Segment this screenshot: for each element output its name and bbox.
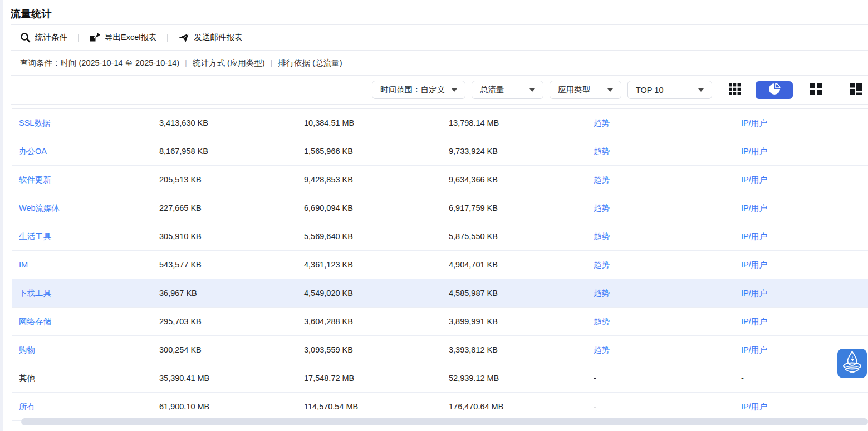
traffic-value: 205,513 KB [159,175,202,184]
export-excel-button[interactable]: 导出Excel报表 [89,32,156,43]
table-row[interactable]: SSL数据 3,413,630 KB 10,384.51 MB 13,798.1… [12,109,868,137]
app-category-link[interactable]: 网络存储 [19,317,51,326]
top-n-value: TOP 10 [636,86,663,95]
toolbar-separator [78,34,79,42]
traffic-value: 9,634,366 KB [449,175,498,184]
trend-link[interactable]: 趋势 [594,232,610,241]
rank-metric-select[interactable]: 总流量 [472,81,543,99]
stat-type-select[interactable]: 应用类型 [550,81,621,99]
query-conditions-bar: 查询条件： 时间 (2025-10-14 至 2025-10-14) | 统计方… [3,51,868,75]
page-edge-strip [0,0,3,431]
traffic-value: 3,093,559 KB [304,345,353,354]
ip-user-link[interactable]: IP/用户 [741,260,767,269]
app-category-link[interactable]: 办公OA [19,147,47,156]
traffic-value: 3,899,991 KB [449,317,498,326]
time-range-select[interactable]: 时间范围：自定义 [372,81,465,99]
chevron-down-icon [698,88,704,92]
trend-link[interactable]: 趋势 [594,345,610,354]
ip-user-link[interactable]: IP/用户 [741,118,767,127]
trend-link[interactable]: 趋势 [594,289,610,298]
traffic-value: 4,361,123 KB [304,260,353,269]
ip-user-empty: - [741,374,744,383]
traffic-value: 3,393,812 KB [449,345,498,354]
query-separator: | [271,58,273,67]
trend-empty: - [594,402,596,411]
dashboard-view-button[interactable] [850,83,862,97]
chevron-down-icon [529,88,535,92]
traffic-value: 4,585,987 KB [449,289,498,298]
query-method-condition: 统计方式 (应用类型) [193,58,265,68]
table-body: SSL数据 3,413,630 KB 10,384.51 MB 13,798.1… [12,109,868,421]
app-category-link[interactable]: Web流媒体 [19,204,60,212]
trend-link[interactable]: 趋势 [594,317,610,326]
traffic-value: 543,577 KB [159,260,202,269]
trend-link[interactable]: 趋势 [594,118,610,127]
rank-metric-value: 总流量 [480,85,504,95]
trend-empty: - [594,374,596,383]
table-row[interactable]: 购物 300,254 KB 3,093,559 KB 3,393,812 KB … [12,336,868,364]
trend-link[interactable]: 趋势 [594,204,610,212]
traffic-value: 3,604,288 KB [304,317,353,326]
traffic-value: 13,798.14 MB [449,118,499,127]
horizontal-scrollbar-thumb[interactable] [21,418,868,425]
traffic-value: 4,904,701 KB [449,260,498,269]
grid-view-icon [729,83,741,97]
ip-user-link[interactable]: IP/用户 [741,345,767,354]
app-category-link[interactable]: 下载工具 [19,289,51,298]
trend-link[interactable]: 趋势 [594,175,610,184]
query-rank-condition: 排行依据 (总流量) [278,58,342,68]
app-category-link[interactable]: 生活工具 [19,232,51,241]
app-category-link[interactable]: IM [19,260,28,269]
stat-conditions-button[interactable]: 统计条件 [20,32,67,43]
ip-user-link[interactable]: IP/用户 [741,232,767,241]
toolbar-separator [167,34,168,42]
table-row[interactable]: Web流媒体 227,665 KB 6,690,094 KB 6,917,759… [12,194,868,222]
ip-user-link[interactable]: IP/用户 [741,317,767,326]
ip-user-link[interactable]: IP/用户 [741,289,767,298]
table-row[interactable]: 生活工具 305,910 KB 5,569,640 KB 5,875,550 K… [12,222,868,251]
traffic-value: 61,900.10 MB [159,402,209,411]
cards-view-button[interactable] [810,83,822,97]
traffic-value: 3,413,630 KB [159,118,208,127]
traffic-statistics-page: 流量统计 统计条件 导出Excel报表 发送邮件报表 查询条件： 时间 (202… [3,0,868,421]
traffic-value: 5,875,550 KB [449,232,498,241]
app-category-label: 其他 [19,374,35,383]
traffic-value: 114,570.54 MB [304,402,358,411]
traffic-value: 4,549,020 KB [304,289,353,298]
ip-user-link[interactable]: IP/用户 [741,147,767,156]
send-mail-report-button[interactable]: 发送邮件报表 [178,32,242,43]
app-category-link[interactable]: 购物 [19,345,35,354]
pie-chart-view-button[interactable] [756,81,793,99]
traffic-value: 300,254 KB [159,345,202,354]
table-row[interactable]: 办公OA 8,167,958 KB 1,565,966 KB 9,733,924… [12,137,868,166]
table-row[interactable]: 下载工具 36,967 KB 4,549,020 KB 4,585,987 KB… [12,279,868,308]
traffic-value: 295,703 KB [159,317,202,326]
query-time-condition: 时间 (2025-10-14 至 2025-10-14) [61,58,180,68]
ip-user-link[interactable]: IP/用户 [741,204,767,212]
table-row[interactable]: 网络存储 295,703 KB 3,604,288 KB 3,899,991 K… [12,308,868,336]
chevron-down-icon [607,88,613,92]
assistant-widget-button[interactable] [837,349,867,378]
traffic-value: 5,569,640 KB [304,232,353,241]
table-row[interactable]: 其他 35,390.41 MB 17,548.72 MB 52,939.12 M… [12,364,868,393]
chevron-down-icon [452,88,457,92]
table-row[interactable]: IM 543,577 KB 4,361,123 KB 4,904,701 KB … [12,251,868,279]
ip-user-link[interactable]: IP/用户 [741,402,767,411]
app-category-link[interactable]: 所有 [19,402,35,411]
traffic-value: 17,548.72 MB [304,374,354,383]
traffic-value: 305,910 KB [159,232,202,241]
table-row[interactable]: 所有 61,900.10 MB 114,570.54 MB 176,470.64… [12,393,868,421]
traffic-value: 10,384.51 MB [304,118,354,127]
app-category-link[interactable]: 软件更新 [19,175,51,184]
table-view-button[interactable] [729,83,741,97]
pie-chart-icon [767,82,782,98]
ip-user-link[interactable]: IP/用户 [741,175,767,184]
query-separator: | [185,58,187,67]
trend-link[interactable]: 趋势 [594,260,610,269]
app-category-link[interactable]: SSL数据 [19,118,50,127]
traffic-value: 35,390.41 MB [159,374,209,383]
table-row[interactable]: 软件更新 205,513 KB 9,428,853 KB 9,634,366 K… [12,166,868,194]
time-range-value: 时间范围：自定义 [380,85,445,95]
trend-link[interactable]: 趋势 [594,147,610,156]
top-n-select[interactable]: TOP 10 [627,81,712,99]
